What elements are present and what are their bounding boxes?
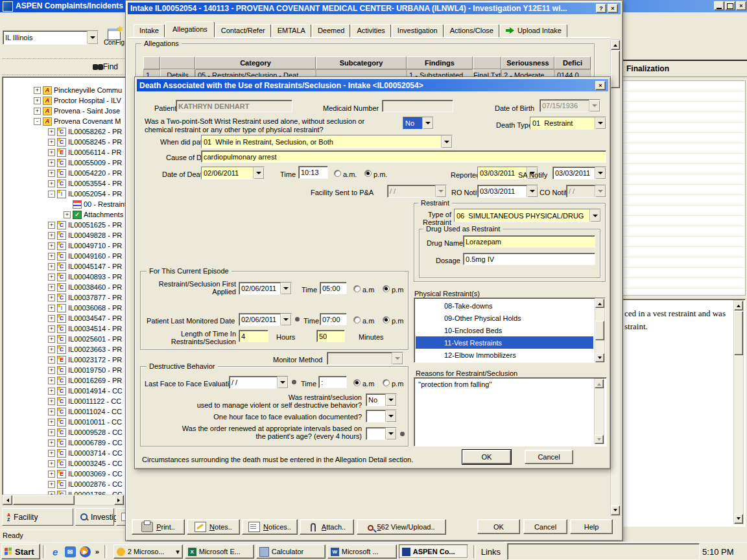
am-radio[interactable] — [353, 316, 361, 323]
violent-answer-combo[interactable]: No — [366, 393, 397, 406]
chevron-down-icon[interactable] — [527, 185, 538, 197]
pm-radio[interactable] — [383, 379, 390, 386]
tree-item[interactable]: + IL00014914 - CC — [3, 386, 125, 396]
tree-item[interactable]: + IL00003245 - CC — [3, 458, 125, 469]
tree-item[interactable]: + IL00040893 - PR — [3, 272, 125, 282]
tree-item[interactable]: + IL00058245 - PR — [3, 137, 125, 147]
one-hour-answer-combo[interactable] — [366, 410, 397, 423]
scroll-down-button[interactable] — [734, 514, 743, 524]
tree-expander[interactable]: + — [48, 305, 55, 312]
finalization-list[interactable] — [621, 80, 746, 296]
scroll-down-button[interactable] — [595, 435, 604, 444]
tree-expander[interactable]: + — [48, 336, 55, 343]
tray-icon[interactable] — [617, 548, 625, 556]
tree-expander[interactable]: + — [48, 242, 55, 250]
physical-restraint-option[interactable]: 09-Other Physical Holds — [416, 312, 593, 324]
pm-radio[interactable] — [383, 316, 390, 323]
tree-expander[interactable]: + — [48, 128, 55, 135]
tree-expander[interactable]: + — [48, 481, 55, 488]
restore-button[interactable] — [725, 1, 735, 10]
scroll-up-button[interactable] — [734, 301, 743, 310]
tray-icon[interactable] — [628, 548, 637, 556]
cancel-button[interactable]: Cancel — [523, 519, 567, 534]
tree-item[interactable]: + IL00055009 - PR — [3, 158, 125, 168]
tree-item[interactable]: + IL00003069 - CC — [3, 469, 125, 479]
tree-horizontal-scrollbar[interactable] — [2, 495, 124, 506]
find-bar[interactable]: Find — [2, 58, 124, 75]
tray-icon[interactable] — [547, 548, 555, 556]
scroll-up-button[interactable] — [611, 40, 620, 50]
tray-icon[interactable] — [605, 548, 613, 556]
death-type-combo[interactable]: 01 Restraint — [530, 117, 606, 130]
tree-expander[interactable]: + — [48, 356, 55, 364]
config-button[interactable]: ✱ ConFig — [102, 27, 126, 52]
tray-icon[interactable] — [512, 548, 520, 556]
tray-icon[interactable] — [687, 548, 695, 556]
column-header[interactable] — [160, 56, 195, 69]
ok-button[interactable]: OK — [462, 450, 511, 464]
order-renewed-answer-combo[interactable] — [366, 427, 397, 440]
tree-expander[interactable]: + — [48, 232, 55, 239]
tree-expander[interactable]: + — [48, 253, 55, 260]
ro-notify-combo[interactable]: 03/03/2011 — [477, 185, 538, 198]
chevron-down-icon[interactable] — [385, 428, 396, 439]
scroll-down-button[interactable] — [611, 506, 620, 515]
tree-expander[interactable]: + — [34, 87, 41, 94]
tree-expander[interactable]: + — [34, 108, 41, 115]
death-time-field[interactable]: 10:13 — [298, 166, 328, 179]
reasons-scrollbar[interactable] — [594, 379, 604, 444]
intake-tab[interactable]: Deemed — [312, 24, 351, 37]
tree-expander[interactable]: + — [48, 325, 55, 332]
tree-expander[interactable]: + — [48, 429, 55, 436]
last-monitored-date-combo[interactable]: 02/06/2011 — [239, 313, 292, 326]
tree-expander[interactable]: + — [48, 408, 55, 415]
tray-icon[interactable] — [558, 548, 567, 556]
hours-field[interactable]: 4 — [239, 330, 268, 342]
column-header-subcategory[interactable]: Subcategory — [316, 56, 407, 69]
column-header-category[interactable]: Category — [195, 56, 316, 69]
tray-icon[interactable] — [593, 548, 602, 556]
tree-expander[interactable]: + — [48, 170, 55, 177]
intake-tab[interactable]: Upload Intake — [500, 24, 567, 37]
chevron-down-icon[interactable] — [253, 167, 264, 179]
internet-explorer-icon[interactable]: e — [50, 546, 61, 557]
intake-tab[interactable]: Actions/Close — [444, 24, 499, 37]
tray-icon[interactable] — [652, 548, 660, 556]
scroll-up-button[interactable] — [595, 299, 604, 308]
scrollbar-thumb[interactable] — [611, 51, 620, 88]
chevron-down-icon[interactable] — [280, 283, 291, 294]
tree-expander[interactable]: - — [34, 118, 41, 125]
tree-item[interactable]: + IL00038460 - PR — [3, 282, 125, 292]
chevron-down-icon[interactable] — [87, 31, 98, 44]
task-button[interactable]: Microsoft E... ▾ — [185, 544, 254, 559]
tree-item[interactable]: + Provena - Saint Jose — [3, 106, 125, 116]
scroll-up-button[interactable] — [595, 379, 604, 388]
tree-expander[interactable]: + — [48, 315, 55, 322]
tray-icon[interactable] — [640, 548, 648, 556]
finalization-note[interactable]: ced in a vest restraint and was straint. — [621, 299, 746, 527]
date-of-death-combo[interactable]: 02/06/2011 — [201, 167, 265, 180]
last-monitored-time-field[interactable]: 07:00 — [320, 313, 347, 325]
intake-tab[interactable]: Activities — [351, 24, 390, 37]
column-header-deficiency[interactable]: Defici — [554, 56, 591, 69]
tree-item[interactable]: + IL00058262 - PR — [3, 126, 125, 137]
close-button[interactable]: × — [595, 81, 606, 90]
tree-expander[interactable]: + — [48, 149, 55, 156]
dosage-field[interactable]: 0.5mg IV — [463, 253, 595, 265]
tree-item[interactable]: + IL00025601 - PR — [3, 334, 125, 344]
help-button[interactable]: ? — [596, 4, 606, 13]
close-button[interactable]: × — [608, 4, 618, 13]
tree-item[interactable]: + IL00037877 - PR — [3, 292, 125, 303]
chevron-down-icon[interactable] — [385, 410, 396, 422]
task-button[interactable]: Microsoft ... ▾ — [327, 544, 397, 559]
am-radio[interactable] — [334, 170, 341, 177]
tree-item[interactable]: + Proctor Hospital - ILV — [3, 95, 125, 106]
scrollbar-thumb[interactable] — [595, 321, 604, 340]
tree-item[interactable]: + IL00034514 - PR — [3, 323, 125, 334]
notes-button[interactable]: Notes.. — [187, 519, 240, 535]
tree-item[interactable]: + IL00045147 - PR — [3, 261, 125, 272]
tab-facility[interactable]: Facility — [2, 508, 73, 526]
tree-expander[interactable]: + — [48, 471, 55, 478]
state-selector[interactable]: IL Illinois — [3, 30, 99, 45]
tree-item[interactable]: 00 - Restraint — [3, 199, 125, 209]
